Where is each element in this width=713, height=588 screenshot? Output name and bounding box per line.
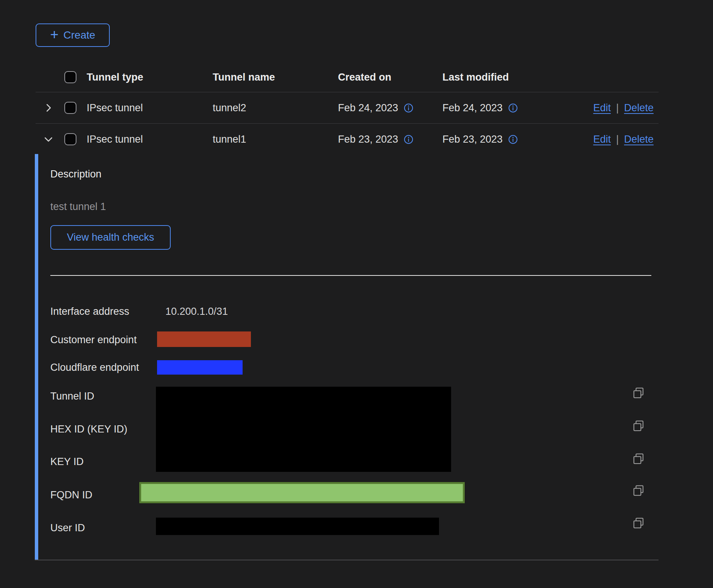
copy-icon[interactable] — [632, 484, 645, 497]
create-button[interactable]: + Create — [36, 23, 110, 47]
delete-link[interactable]: Delete — [624, 134, 654, 145]
view-health-checks-button[interactable]: View health checks — [50, 225, 171, 250]
tunnels-table: Tunnel type Tunnel name Created on Last … — [36, 62, 659, 155]
copy-icon[interactable] — [632, 453, 645, 465]
user-id-label: User ID — [50, 521, 85, 534]
user-id-redaction-block — [156, 518, 439, 535]
section-divider — [50, 275, 651, 276]
description-value: test tunnel 1 — [50, 200, 106, 213]
info-icon[interactable] — [508, 103, 518, 113]
interface-address-value: 10.200.1.0/31 — [165, 305, 228, 318]
column-header-tunnel-name: Tunnel name — [213, 72, 338, 83]
delete-link[interactable]: Delete — [624, 102, 654, 114]
edit-link[interactable]: Edit — [593, 134, 611, 145]
fqdn-id-label: FQDN ID — [50, 488, 92, 501]
collapse-chevron-down-icon[interactable] — [42, 133, 55, 146]
row-checkbox[interactable] — [64, 102, 76, 114]
ipsec-tunnels-page: + Create Tunnel type Tunnel name Created… — [0, 0, 713, 588]
info-icon[interactable] — [508, 134, 518, 145]
copy-icon[interactable] — [632, 517, 645, 530]
action-separator: | — [616, 134, 619, 145]
info-icon[interactable] — [403, 103, 414, 113]
copy-icon[interactable] — [632, 420, 645, 432]
table-header-row: Tunnel type Tunnel name Created on Last … — [36, 62, 659, 92]
description-label: Description — [50, 168, 101, 180]
tunnel-name-cell: tunnel2 — [213, 102, 338, 114]
key-id-label: KEY ID — [50, 455, 84, 468]
fqdn-redaction-block — [139, 482, 465, 503]
hex-id-label: HEX ID (KEY ID) — [50, 423, 128, 436]
ids-redaction-block — [156, 387, 451, 472]
customer-endpoint-redaction — [157, 331, 251, 347]
expanded-tunnel-panel: Description test tunnel 1 View health ch… — [35, 154, 659, 560]
last-modified-cell: Feb 23, 2023 — [442, 134, 503, 145]
table-row-tunnel1: IPsec tunnel tunnel1 Feb 23, 2023 Feb 23… — [36, 124, 659, 155]
created-on-cell: Feb 24, 2023 — [338, 102, 398, 114]
tunnel-id-label: Tunnel ID — [50, 390, 94, 403]
cloudflare-endpoint-redaction — [157, 360, 243, 375]
tunnel-type-cell: IPsec tunnel — [87, 134, 213, 145]
last-modified-cell: Feb 24, 2023 — [442, 102, 503, 114]
action-separator: | — [616, 102, 619, 114]
interface-address-label: Interface address — [50, 305, 129, 318]
column-header-last-modified: Last modified — [442, 72, 557, 83]
table-row-tunnel2: IPsec tunnel tunnel2 Feb 24, 2023 Feb 24… — [36, 92, 659, 124]
info-icon[interactable] — [403, 134, 414, 145]
created-on-cell: Feb 23, 2023 — [338, 134, 398, 145]
select-all-checkbox[interactable] — [64, 71, 76, 83]
plus-icon: + — [50, 27, 58, 42]
create-button-label: Create — [64, 29, 95, 41]
tunnel-type-cell: IPsec tunnel — [87, 102, 213, 114]
tunnel-name-cell: tunnel1 — [213, 134, 338, 145]
row-checkbox[interactable] — [64, 133, 76, 145]
column-header-created-on: Created on — [338, 72, 442, 83]
cloudflare-endpoint-label: Cloudflare endpoint — [50, 361, 139, 374]
expand-chevron-right-icon[interactable] — [42, 101, 55, 114]
expansion-accent-bar — [35, 154, 38, 560]
edit-link[interactable]: Edit — [593, 102, 611, 114]
customer-endpoint-label: Customer endpoint — [50, 333, 137, 346]
copy-icon[interactable] — [632, 387, 645, 400]
column-header-tunnel-type: Tunnel type — [87, 72, 213, 83]
